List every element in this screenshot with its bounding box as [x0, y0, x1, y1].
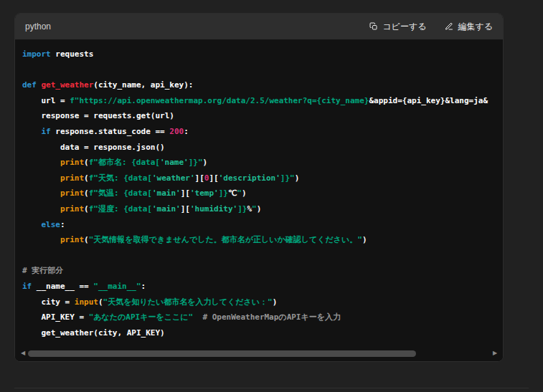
copy-icon: [369, 22, 378, 31]
code-token: print: [60, 204, 84, 214]
code-line: city = input("天気を知りたい都市名を入力してください："): [22, 295, 503, 310]
code-token: ][: [181, 204, 190, 214]
code-token: ][: [209, 173, 218, 183]
copy-button[interactable]: コピーする: [369, 21, 426, 33]
code-token: 'humidity': [190, 204, 237, 214]
code-token: 'description': [219, 173, 280, 183]
code-line: if response.status_code == 200:: [22, 124, 503, 140]
code-token: ][: [195, 173, 204, 183]
code-token: "天気を知りたい都市名を入力してください：": [103, 297, 273, 307]
code-token: :: [141, 282, 146, 291]
code-line: print(f"気温: {data['main']['temp']}℃"): [22, 186, 503, 201]
code-token: [22, 235, 60, 244]
code-token: f"湿度: {data[: [89, 204, 152, 214]
code-token: if: [22, 282, 32, 291]
code-line: # 実行部分: [22, 263, 503, 279]
code-body[interactable]: import requests def get_weather(city_nam…: [15, 39, 503, 361]
code-token: (: [98, 297, 103, 307]
code-token: ): [295, 173, 300, 183]
code-token: ": [237, 188, 242, 198]
code-token: get_weather: [42, 80, 94, 90]
code-token: "あなたのAPIキーをここに": [89, 312, 193, 322]
code-token: response = requests.get(url): [22, 111, 174, 120]
code-token: API_KEY =: [22, 312, 89, 322]
code-token: print: [60, 173, 84, 183]
code-token: print: [60, 235, 84, 244]
code-token: [193, 312, 202, 322]
code-token: 200: [169, 127, 184, 136]
code-token: if: [42, 127, 51, 136]
code-line: import requests: [22, 47, 503, 62]
code-token: ): [257, 204, 262, 214]
code-line: [22, 248, 503, 264]
code-token: print: [60, 158, 84, 167]
code-token: # OpenWeatherMapのAPIキーを入力: [202, 312, 341, 322]
code-token: f"都市名: {data[: [89, 158, 160, 167]
code-token: f"天気: {data[: [89, 173, 152, 183]
scrollbar-thumb[interactable]: [28, 350, 416, 357]
code-block: python コピーする 編集する import requests def ge…: [14, 13, 504, 362]
code-token: response.status_code ==: [51, 127, 170, 136]
code-line: response = requests.get(url): [22, 108, 503, 124]
scrollbar-track[interactable]: [28, 350, 490, 357]
code-line: get_weather(city, API_KEY): [22, 325, 503, 341]
code-token: f"気温: {data[: [89, 188, 152, 198]
scroll-left-arrow[interactable]: ◀: [18, 349, 28, 358]
code-token: ][: [181, 188, 190, 198]
code-line: data = response.json(): [22, 140, 503, 156]
code-token: def: [22, 80, 37, 90]
code-line: print(f"天気: {data['weather'][0]['descrip…: [22, 171, 503, 186]
code-line: print(f"湿度: {data['main']['humidity']}%"…: [22, 201, 503, 217]
bottom-divider: [14, 388, 529, 388]
code-token: [22, 158, 60, 167]
code-token: ]}": [189, 158, 203, 167]
code-token: (: [84, 173, 89, 183]
code-token: 'main': [152, 204, 181, 214]
code-token: :: [60, 220, 65, 229]
code-token: [37, 80, 42, 90]
code-token: (: [84, 235, 89, 244]
code-token: [22, 173, 60, 183]
code-token: print: [60, 188, 84, 198]
code-line: print("天気情報を取得できませんでした。都市名が正しいか確認してください。…: [22, 232, 503, 248]
code-token: # 実行部分: [22, 266, 63, 275]
edit-button[interactable]: 編集する: [445, 21, 493, 33]
code-token: ): [203, 158, 208, 167]
code-header: python コピーする 編集する: [15, 14, 503, 39]
code-line: def get_weather(city_name, api_key):: [22, 77, 503, 93]
code-token: ): [273, 297, 278, 307]
code-token: requests: [51, 49, 94, 59]
code-content: import requests def get_weather(city_nam…: [15, 39, 503, 340]
code-token: [22, 188, 60, 198]
code-token: 'weather': [152, 173, 195, 183]
code-token: ): [362, 235, 367, 244]
code-token: else: [42, 220, 61, 229]
code-line: [22, 62, 503, 78]
code-token: ]}": [280, 173, 295, 183]
code-token: ℃: [228, 188, 237, 198]
scroll-right-arrow[interactable]: ▶: [490, 349, 500, 358]
code-token: (: [84, 204, 89, 214]
code-token: import: [22, 49, 51, 59]
code-token: url =: [22, 96, 70, 105]
edit-button-label: 編集する: [458, 21, 493, 33]
code-token: 'name': [160, 158, 189, 167]
code-token: ]}: [237, 204, 247, 214]
code-token: f"https://api.openweathermap.org/data/2.…: [70, 96, 369, 105]
code-line: else:: [22, 217, 503, 233]
pencil-icon: [445, 22, 453, 31]
code-token: :: [184, 127, 189, 136]
code-line: API_KEY = "あなたのAPIキーをここに" # OpenWeatherM…: [22, 310, 503, 325]
horizontal-scrollbar[interactable]: ◀ ▶: [18, 349, 500, 358]
header-actions: コピーする 編集する: [369, 21, 493, 33]
code-token: [22, 127, 42, 136]
code-token: ): [242, 188, 247, 198]
code-line: print(f"都市名: {data['name']}"): [22, 155, 503, 171]
code-token: ": [252, 204, 257, 214]
copy-button-label: コピーする: [382, 21, 426, 33]
code-token: "天気情報を取得できませんでした。都市名が正しいか確認してください。": [89, 235, 362, 244]
code-token: [22, 204, 60, 214]
code-token: input: [75, 297, 98, 307]
code-token: (city_name, api_key):: [93, 80, 193, 90]
code-token: __name__ ==: [32, 282, 93, 291]
